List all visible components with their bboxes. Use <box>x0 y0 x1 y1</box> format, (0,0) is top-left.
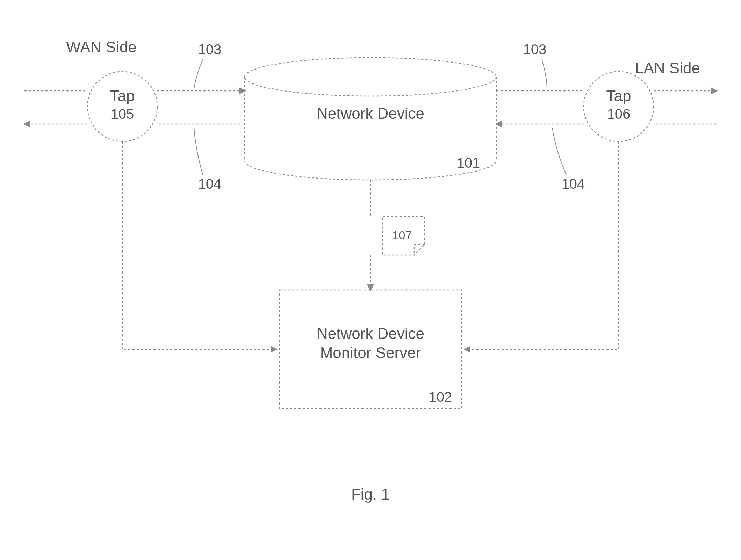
monitor-server-ref: 102 <box>429 389 452 405</box>
diagram-canvas: Network Device 101 Tap 105 Tap 106 Netwo… <box>0 0 741 560</box>
wan-side-label: WAN Side <box>66 38 136 56</box>
note-107: 107 <box>383 217 425 255</box>
tap-left: Tap 105 <box>87 72 157 141</box>
svg-point-0 <box>245 58 496 96</box>
figure-caption: Fig. 1 <box>351 486 390 503</box>
network-device-title: Network Device <box>317 105 424 122</box>
lan-side-label: LAN Side <box>635 59 700 77</box>
ref-104-right: 104 <box>562 176 585 191</box>
monitor-server-title-2: Monitor Server <box>320 344 421 361</box>
note-107-ref: 107 <box>392 228 412 242</box>
ref-103-left: 103 <box>198 42 222 57</box>
tap-right-title: Tap <box>606 87 631 104</box>
ref-103-left-curve <box>194 59 203 89</box>
arrow-tap106-to-monitor <box>465 141 619 349</box>
monitor-server-title-1: Network Device <box>317 325 424 342</box>
ref-103-right: 103 <box>523 42 547 57</box>
tap-right: Tap 106 <box>584 72 654 141</box>
tap-right-ref: 106 <box>607 106 631 122</box>
ref-104-right-curve <box>552 128 566 175</box>
arrow-tap105-to-monitor <box>122 141 276 349</box>
ref-103-right-curve <box>542 59 547 89</box>
tap-left-ref: 105 <box>111 106 134 122</box>
ref-104-left: 104 <box>198 176 222 191</box>
network-device-ref: 101 <box>457 155 480 170</box>
monitor-server: Network Device Monitor Server 102 <box>280 290 461 409</box>
ref-104-left-curve <box>194 128 203 175</box>
network-device: Network Device 101 <box>245 58 496 180</box>
tap-left-title: Tap <box>110 87 135 104</box>
